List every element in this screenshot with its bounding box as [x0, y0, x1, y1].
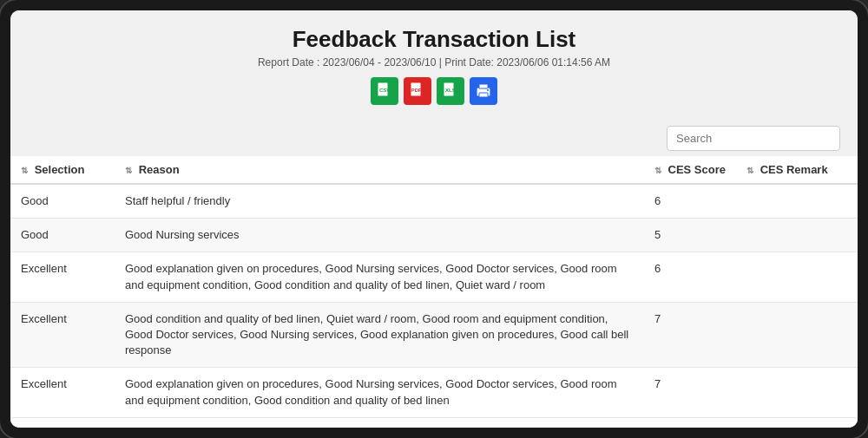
cell-ces-score: 7 [644, 368, 736, 417]
table-row: GoodGood Nursing services5 [10, 219, 858, 252]
cell-selection: Good [10, 184, 115, 219]
table-row: ExcellentGood explanation given on proce… [10, 252, 858, 302]
data-table: ⇅ Selection ⇅ Reason ⇅ CES Score ⇅ [10, 156, 858, 418]
table-row: ExcellentGood explanation given on proce… [10, 368, 858, 417]
cell-selection: Good [10, 219, 115, 252]
search-input[interactable] [667, 126, 840, 151]
print-button[interactable] [470, 77, 497, 105]
svg-text:XLS: XLS [445, 88, 456, 93]
cell-ces-score: 6 [644, 252, 736, 302]
cell-ces-remark [736, 368, 858, 417]
col-header-selection[interactable]: ⇅ Selection [10, 156, 115, 184]
xls-export-button[interactable]: XLS [437, 77, 464, 105]
cell-ces-score: 6 [644, 184, 736, 219]
sort-icon-ces-score: ⇅ [654, 166, 661, 175]
cell-reason: Good Nursing services [115, 219, 644, 252]
toolbar-icons: CSV PDF XLS [28, 77, 840, 105]
report-meta: Report Date : 2023/06/04 - 2023/06/10 | … [28, 56, 840, 69]
cell-ces-remark [736, 219, 858, 252]
cell-ces-remark [736, 252, 858, 302]
search-row [10, 122, 858, 156]
svg-rect-7 [479, 84, 488, 88]
device-frame: Feedback Transaction List Report Date : … [0, 0, 868, 438]
cell-reason: Good explanation given on procedures, Go… [115, 368, 644, 417]
cell-reason: Good explanation given on procedures, Go… [115, 252, 644, 302]
cell-reason: Staff helpful / friendly [115, 184, 644, 219]
cell-ces-score: 5 [644, 219, 736, 252]
csv-export-button[interactable]: CSV [371, 77, 398, 105]
page-title: Feedback Transaction List [28, 26, 840, 53]
table-row: GoodStaff helpful / friendly6 [10, 184, 858, 219]
sort-icon-selection: ⇅ [21, 166, 28, 175]
col-header-ces-score[interactable]: ⇅ CES Score [644, 156, 736, 184]
cell-ces-score: 7 [644, 302, 736, 368]
table-row: ExcellentGood condition and quality of b… [10, 302, 858, 368]
cell-selection: Excellent [10, 368, 115, 417]
svg-rect-8 [479, 93, 488, 97]
table-body: GoodStaff helpful / friendly6GoodGood Nu… [10, 184, 858, 417]
sort-icon-ces-remark: ⇅ [746, 166, 753, 175]
table-header-row: ⇅ Selection ⇅ Reason ⇅ CES Score ⇅ [10, 156, 858, 184]
screen: Feedback Transaction List Report Date : … [10, 10, 858, 428]
svg-text:PDF: PDF [411, 88, 422, 93]
svg-text:CSV: CSV [379, 88, 390, 93]
col-header-ces-remark[interactable]: ⇅ CES Remark [736, 156, 858, 184]
cell-selection: Excellent [10, 302, 115, 368]
cell-reason: Good condition and quality of bed linen,… [115, 302, 644, 368]
header-section: Feedback Transaction List Report Date : … [10, 10, 858, 122]
sort-icon-reason: ⇅ [125, 166, 132, 175]
pdf-export-button[interactable]: PDF [404, 77, 431, 105]
cell-ces-remark [736, 184, 858, 219]
cell-ces-remark [736, 302, 858, 368]
col-header-reason[interactable]: ⇅ Reason [115, 156, 644, 184]
cell-selection: Excellent [10, 252, 115, 302]
table-container[interactable]: ⇅ Selection ⇅ Reason ⇅ CES Score ⇅ [10, 156, 858, 428]
svg-point-9 [487, 89, 489, 91]
